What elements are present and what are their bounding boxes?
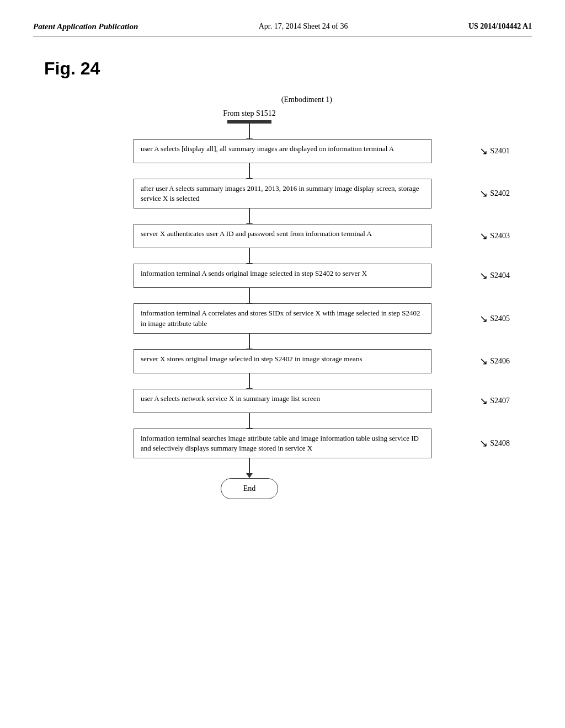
step-arrow-icon-s2406: ↘ bbox=[479, 356, 488, 366]
step-arrow-icon-s2404: ↘ bbox=[479, 271, 488, 281]
step-label-s2404: ↘ S2404 bbox=[479, 271, 510, 281]
step-text-s2406: server X stores original image selected … bbox=[141, 355, 362, 363]
step-arrow-icon-s2403: ↘ bbox=[479, 231, 488, 241]
step-label-s2405: ↘ S2405 bbox=[479, 314, 510, 324]
step-id-s2407: S2407 bbox=[490, 397, 510, 405]
arrow-2 bbox=[249, 208, 250, 224]
step-id-s2405: S2405 bbox=[490, 314, 510, 323]
step-arrow-icon-s2407: ↘ bbox=[479, 396, 488, 406]
step-id-s2401: S2401 bbox=[490, 147, 510, 156]
embodiment-label: (Embodiment 1) bbox=[281, 95, 332, 104]
step-text-s2407: user A selects network service X in summ… bbox=[141, 394, 320, 403]
end-label: End bbox=[243, 484, 256, 493]
step-label-s2406: ↘ S2406 bbox=[479, 356, 510, 366]
step-id-s2402: S2402 bbox=[490, 189, 510, 198]
step-row-s2401: user A selects [display all], all summar… bbox=[33, 139, 532, 163]
arrow-3 bbox=[249, 248, 250, 264]
step-arrow-icon-s2405: ↘ bbox=[479, 314, 488, 324]
step-arrow-icon-s2408: ↘ bbox=[479, 438, 488, 448]
arrow-0 bbox=[249, 124, 250, 139]
step-row-s2408: information terminal searches image attr… bbox=[33, 429, 532, 458]
step-row-s2405: information terminal A correlates and st… bbox=[33, 303, 532, 333]
step-id-s2406: S2406 bbox=[490, 357, 510, 366]
step-box-s2405: information terminal A correlates and st… bbox=[134, 303, 431, 333]
step-text-s2405: information terminal A correlates and st… bbox=[141, 309, 420, 327]
step-box-s2408: information terminal searches image attr… bbox=[134, 429, 431, 458]
header-left: Patent Application Publication bbox=[33, 22, 138, 31]
step-row-s2404: information terminal A sends original im… bbox=[33, 264, 532, 288]
step-label-s2408: ↘ S2408 bbox=[479, 438, 510, 448]
step-box-s2404: information terminal A sends original im… bbox=[134, 264, 431, 288]
arrow-1 bbox=[249, 163, 250, 179]
step-box-s2406: server X stores original image selected … bbox=[134, 349, 431, 373]
step-id-s2408: S2408 bbox=[490, 439, 510, 448]
from-step-label: From step S1512 bbox=[223, 109, 276, 118]
arrow-4 bbox=[249, 288, 250, 303]
step-box-s2402: after user A selects summary images 2011… bbox=[134, 179, 431, 208]
step-id-s2403: S2403 bbox=[490, 232, 510, 240]
step-text-s2403: server X authenticates user A ID and pas… bbox=[141, 229, 372, 238]
flowchart: (Embodiment 1) From step S1512 user A se… bbox=[33, 95, 532, 499]
step-box-s2407: user A selects network service X in summ… bbox=[134, 389, 431, 413]
arrow-6 bbox=[249, 373, 250, 389]
arrow-7 bbox=[249, 413, 250, 429]
step-row-s2402: after user A selects summary images 2011… bbox=[33, 179, 532, 208]
step-row-s2407: user A selects network service X in summ… bbox=[33, 389, 532, 413]
step-box-s2401: user A selects [display all], all summar… bbox=[134, 139, 431, 163]
step-label-s2407: ↘ S2407 bbox=[479, 396, 510, 406]
step-text-s2402: after user A selects summary images 2011… bbox=[141, 184, 419, 202]
arrow-5 bbox=[249, 334, 250, 349]
step-text-s2404: information terminal A sends original im… bbox=[141, 269, 367, 277]
step-label-s2401: ↘ S2401 bbox=[479, 146, 510, 156]
figure-label: Fig. 24 bbox=[44, 58, 532, 79]
header-center: Apr. 17, 2014 Sheet 24 of 36 bbox=[259, 22, 348, 31]
step-text-s2408: information terminal searches image attr… bbox=[141, 434, 419, 452]
step-row-s2406: server X stores original image selected … bbox=[33, 349, 532, 373]
step-text-s2401: user A selects [display all], all summar… bbox=[141, 144, 394, 153]
step-arrow-icon-s2402: ↘ bbox=[479, 189, 488, 199]
step-label-s2402: ↘ S2402 bbox=[479, 189, 510, 199]
end-terminal: End bbox=[221, 478, 279, 499]
step-box-s2403: server X authenticates user A ID and pas… bbox=[134, 224, 431, 248]
arrow-end bbox=[249, 458, 250, 474]
step-label-s2403: ↘ S2403 bbox=[479, 231, 510, 241]
step-arrow-icon-s2401: ↘ bbox=[479, 146, 488, 156]
header-right: US 2014/104442 A1 bbox=[468, 22, 532, 31]
page-header: Patent Application Publication Apr. 17, … bbox=[33, 22, 532, 36]
step-row-s2403: server X authenticates user A ID and pas… bbox=[33, 224, 532, 248]
page: Patent Application Publication Apr. 17, … bbox=[0, 0, 565, 728]
step-id-s2404: S2404 bbox=[490, 271, 510, 280]
